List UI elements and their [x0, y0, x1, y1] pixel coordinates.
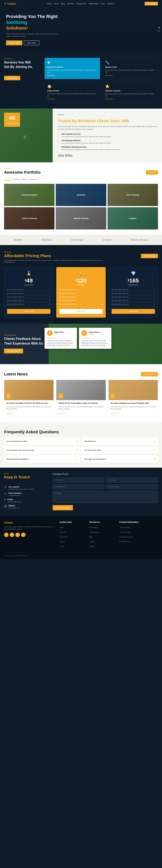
nav-pricing[interactable]: Pricing Plan [76, 3, 86, 5]
faq-toggle-4[interactable]: + [76, 457, 78, 461]
faq-toggle-5[interactable]: + [154, 457, 156, 461]
portfolio-item-2[interactable]: Floor Cleaning [108, 184, 158, 206]
form-contact-row [53, 484, 158, 489]
filter-cleaning[interactable]: Cleaning [4, 178, 10, 181]
nav-testimonials[interactable]: Testimonials [88, 3, 99, 5]
news-date-0: 99 Jan [6, 393, 11, 399]
service-title-2: Clean Houses [47, 90, 98, 92]
news-readmore-2[interactable]: Read More → [111, 413, 120, 414]
services-btn[interactable]: Contact Now [4, 76, 20, 80]
news-content-2: Our Goal Is Making Your Fancy Thoughts C… [109, 400, 158, 417]
hero-contact-button[interactable]: Contact Now [6, 40, 22, 45]
faq-toggle-3[interactable]: + [154, 448, 156, 452]
nav-portfolio[interactable]: Portfolio [67, 3, 74, 5]
list-item: Portfolio [60, 539, 85, 543]
news-image-2: 27 Mar [109, 380, 158, 400]
nav-home[interactable]: Home [47, 3, 51, 5]
list-item: About Us [60, 530, 85, 534]
service-readmore-3[interactable]: Read More → [105, 98, 155, 100]
portfolio-label: Portfolio [4, 167, 158, 169]
pricing-name-1: Pro Plan [59, 284, 103, 286]
testimonials-btn[interactable]: All Testimonials [4, 348, 23, 353]
message-input[interactable] [53, 491, 158, 503]
news-title-1: Stories Of Our Great Fathers Lights Our … [58, 402, 104, 405]
portfolio-item-1[interactable]: Sanitizing [56, 184, 106, 206]
about-section: 🧹 46 Years Experience Trusted Trusted By… [0, 108, 162, 162]
list-item: Home [60, 525, 85, 529]
pricing-btn-2[interactable]: Select Plan [112, 309, 155, 314]
nav-contacts[interactable]: Contacts [107, 3, 114, 5]
list-item: contact@cleano.com [119, 535, 158, 538]
nav-faq[interactable]: FAQ [101, 3, 105, 5]
hero-learn-button[interactable]: Learn More [24, 40, 39, 45]
social-twitter[interactable]: t [10, 533, 14, 537]
social-facebook[interactable]: f [4, 533, 8, 537]
contact-location-title: Our Location [8, 486, 34, 488]
faq-toggle-1[interactable]: + [154, 440, 156, 443]
news-readmore-1[interactable]: Read More → [58, 413, 68, 414]
pricing-feature-2-4: All Lorem ipsum dolor sit✓ [112, 303, 155, 306]
nav-about[interactable]: About [54, 3, 59, 5]
phone-input[interactable] [106, 484, 158, 489]
filter-supplies[interactable]: Supplies [22, 178, 28, 181]
footer-useful-list: Home About Us Our Services Portfolio Pri… [60, 525, 85, 548]
last-name-input[interactable] [106, 477, 158, 483]
website-icon: 🌐 [4, 505, 7, 507]
nav-cta-button[interactable]: Get Started [144, 2, 158, 5]
pricing-btn-0[interactable]: Select Plan [7, 309, 50, 314]
list-item: The Platform [89, 525, 115, 529]
first-name-input[interactable] [53, 477, 105, 483]
news-view-all-button[interactable]: View All News [141, 372, 158, 376]
form-name-row [53, 477, 158, 483]
service-readmore-2[interactable]: Read More → [47, 98, 98, 100]
pricing-icon-0: 🏅 [7, 271, 50, 276]
faq-toggle-0[interactable]: + [76, 440, 78, 443]
pricing-feature-2-2: All Lorem ipsum dolor sit✓ [112, 295, 155, 299]
contact-location-value: 123 Main Street, New York, NY 10001 [8, 488, 34, 490]
submit-button[interactable]: Send Message [53, 505, 73, 510]
news-title-2: Our Goal Is Making Your Fancy Thoughts C… [111, 402, 156, 405]
service-readmore-1[interactable]: Read More → [105, 74, 155, 76]
news-card-1: 15 Feb Stories Of Our Great Fathers Ligh… [56, 380, 106, 417]
feature-icon-1: ✓ [58, 140, 60, 143]
service-readmore-0[interactable]: Read More → [47, 74, 98, 76]
hero-section: Providing You The Right Sanitizing Solut… [0, 7, 162, 52]
services-title: Services You Will Get By Joining Us. [4, 60, 40, 69]
footer-resources-title: Resources [89, 521, 115, 523]
nav-blog[interactable]: Blog [61, 3, 64, 5]
portfolio-grid: Cleaning Supplies Sanitizing Floor Clean… [4, 184, 158, 229]
pricing-view-all-button[interactable]: View All Plans [141, 254, 158, 258]
email-icon: ✉ [4, 499, 6, 501]
news-date-1: 15 Feb [58, 393, 63, 399]
faq-item-1: With WFH Pro? + [82, 438, 158, 445]
logo: ✦ Cleano [4, 2, 16, 5]
filter-showroom[interactable]: Showroom [30, 178, 37, 181]
news-image-1: 15 Feb [56, 380, 106, 400]
faq-toggle-2[interactable]: + [76, 448, 78, 452]
filter-sanitizing[interactable]: Sanitizing [12, 178, 20, 181]
partner-4: Wedding Planner [130, 239, 148, 241]
testi-stars-1: ★★★★★ [81, 337, 109, 339]
footer-grid: Cleano Lorem ipsum dolor sit amet, conse… [4, 521, 158, 549]
footer-about-text: Lorem ipsum dolor sit amet, consectetur … [4, 526, 56, 531]
portfolio-item-3[interactable]: Kitchen Cleaning [4, 207, 54, 229]
news-readmore-0[interactable]: Read More → [6, 413, 16, 414]
pricing-feature-2-0: All Lorem ipsum dolor sit✓ [112, 288, 155, 291]
portfolio-item-4[interactable]: Medical Cleaning [56, 207, 106, 229]
social-linkedin[interactable]: in [16, 533, 20, 537]
scroll-indicator [158, 27, 160, 32]
email-input[interactable] [53, 484, 105, 489]
pricing-feature-1-4: All Lorem ipsum dolor sit✗ [59, 303, 103, 306]
list-item: Our Services [60, 535, 85, 538]
pricing-feature-0-0: All Lorem ipsum dolor sit✓ [7, 288, 50, 291]
faq-item-5: Can I Sign Up The Contract? + [82, 455, 158, 463]
contact-email-value: contact@cleano.com [7, 501, 22, 503]
social-youtube[interactable]: y [21, 533, 26, 537]
portfolio-view-all-button[interactable]: View All [146, 170, 158, 175]
portfolio-item-0[interactable]: Cleaning Supplies [4, 184, 54, 206]
testimonials-right: 🧽 R Royal Patel CEO ★★★★★ Lorem ipsum do… [49, 324, 162, 364]
news-card-0: 99 Jan As A Rule Love What You Do So Do … [4, 380, 54, 417]
about-title: Trusted By Worldwide Clients Since 1980. [58, 119, 157, 123]
portfolio-item-5[interactable]: Supplies [108, 207, 158, 229]
pricing-btn-1[interactable]: Select Plan [59, 309, 103, 314]
